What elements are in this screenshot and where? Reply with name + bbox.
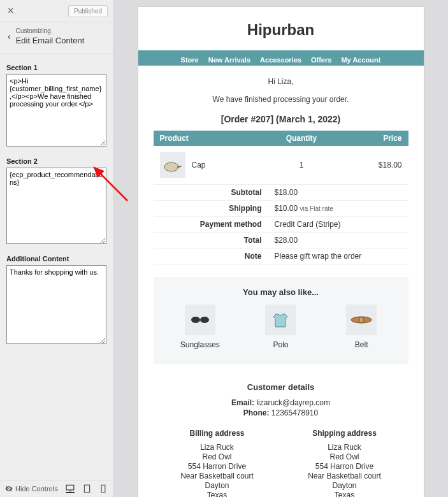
section1-label: Section 1 bbox=[6, 64, 106, 71]
product-price: $18.00 bbox=[342, 146, 408, 185]
additional-label: Additional Content bbox=[6, 255, 106, 263]
order-heading: [Order #207] (March 1, 2022) bbox=[154, 114, 408, 124]
billing-title: Billing address bbox=[156, 429, 278, 438]
rec-item: Polo bbox=[249, 305, 312, 349]
product-thumb bbox=[160, 152, 185, 178]
phone-value: 12365478910 bbox=[271, 408, 318, 417]
subtotal-label: Subtotal bbox=[154, 185, 268, 201]
additional-input[interactable] bbox=[6, 265, 106, 344]
rec-thumb bbox=[265, 305, 296, 335]
tablet-icon[interactable] bbox=[82, 484, 91, 493]
rec-thumb bbox=[346, 305, 377, 335]
product-qty: 1 bbox=[261, 146, 342, 185]
nav-item: New Arrivals bbox=[208, 56, 250, 64]
billing-address: Billing address Liza Ruck Red Owl 554 Ha… bbox=[156, 429, 278, 497]
note-label: Note bbox=[154, 248, 268, 264]
total-label: Total bbox=[154, 233, 268, 248]
payment-label: Payment method bbox=[154, 217, 268, 233]
subtotal-value: $18.00 bbox=[268, 185, 408, 201]
shipping-title: Shipping address bbox=[284, 429, 406, 438]
section2-label: Section 2 bbox=[6, 157, 106, 165]
col-qty: Quantity bbox=[261, 131, 342, 146]
addr-line: 554 Harron Drive bbox=[156, 462, 278, 471]
svg-rect-1 bbox=[69, 491, 71, 491]
addr-line: Near Basketball court bbox=[156, 472, 278, 480]
shipping-address: Shipping address Liza Ruck Red Owl 554 H… bbox=[284, 429, 406, 497]
note-value: Please gift wrap the order bbox=[268, 248, 408, 264]
svg-point-5 bbox=[164, 162, 178, 171]
payment-value: Credit Card (Stripe) bbox=[268, 217, 408, 233]
panel-title: Edit Email Content bbox=[16, 36, 85, 45]
email-preview: Hipurban Store New Arrivals Accessories … bbox=[138, 6, 424, 497]
rec-thumb bbox=[185, 305, 215, 335]
phone-label: Phone: bbox=[243, 408, 270, 417]
svg-point-7 bbox=[200, 317, 209, 323]
col-product: Product bbox=[154, 131, 261, 146]
customer-details: Customer details Email: lizaruck@dayrep.… bbox=[154, 382, 408, 417]
nav-item: Accessories bbox=[260, 56, 301, 64]
svg-rect-10 bbox=[359, 317, 363, 322]
brand-name: Hipurban bbox=[138, 7, 424, 50]
rec-name: Belt bbox=[329, 340, 393, 349]
email-nav: Store New Arrivals Accessories Offers My… bbox=[138, 54, 424, 66]
customizing-label: Customizing bbox=[16, 27, 85, 34]
rec-item: Sunglasses bbox=[168, 305, 232, 349]
order-table: Product Quantity Price Cap 1 bbox=[154, 131, 408, 185]
recs-title: You may also like... bbox=[160, 287, 402, 297]
addr-line: 554 Harron Drive bbox=[284, 462, 406, 471]
addr-line: Red Owl bbox=[156, 452, 278, 461]
section2-input[interactable] bbox=[6, 168, 106, 244]
svg-rect-0 bbox=[66, 485, 74, 490]
email-value: lizaruck@dayrep.com bbox=[256, 398, 330, 407]
preview-area: Hipurban Store New Arrivals Accessories … bbox=[113, 0, 448, 497]
nav-item: Store bbox=[181, 56, 199, 64]
email-label: Email: bbox=[231, 398, 254, 407]
svg-rect-3 bbox=[101, 485, 105, 492]
totals-table: Subtotal$18.00 Shipping$10.00 via Flat r… bbox=[154, 185, 408, 264]
addr-line: Dayton bbox=[284, 481, 406, 490]
greeting: Hi Liza, bbox=[154, 77, 408, 86]
table-row: Cap 1 $18.00 bbox=[154, 146, 408, 185]
addr-line: Texas bbox=[156, 491, 278, 497]
svg-rect-2 bbox=[84, 485, 89, 493]
shipping-value: $10.00 via Flat rate bbox=[268, 201, 408, 217]
published-button[interactable]: Published bbox=[68, 5, 108, 17]
addr-line: Dayton bbox=[156, 481, 278, 490]
collapse-icon bbox=[5, 485, 13, 493]
rec-name: Polo bbox=[249, 340, 312, 349]
customizer-panel: × Published ‹ Customizing Edit Email Con… bbox=[0, 0, 113, 497]
customer-title: Customer details bbox=[154, 382, 408, 392]
addr-line: Liza Ruck bbox=[156, 443, 278, 452]
rec-name: Sunglasses bbox=[168, 340, 232, 349]
addr-line: Near Basketball court bbox=[284, 472, 406, 480]
section1-input[interactable] bbox=[6, 74, 106, 147]
desktop-icon[interactable] bbox=[66, 484, 75, 493]
col-price: Price bbox=[342, 131, 408, 146]
rec-item: Belt bbox=[329, 305, 393, 349]
svg-point-6 bbox=[191, 317, 200, 323]
close-icon[interactable]: × bbox=[5, 4, 16, 18]
product-name: Cap bbox=[192, 161, 206, 169]
nav-item: My Account bbox=[341, 56, 380, 64]
addr-line: Liza Ruck bbox=[284, 443, 406, 452]
total-value: $28.00 bbox=[268, 233, 408, 248]
recommendations: You may also like... Sunglasses bbox=[154, 277, 408, 364]
addr-line: Texas bbox=[284, 491, 406, 497]
mobile-icon[interactable] bbox=[99, 484, 108, 493]
message: We have finished processing your order. bbox=[154, 95, 408, 104]
hide-controls-label: Hide Controls bbox=[15, 485, 58, 493]
addr-line: Red Owl bbox=[284, 452, 406, 461]
hide-controls-button[interactable]: Hide Controls bbox=[5, 485, 58, 493]
back-icon[interactable]: ‹ bbox=[4, 30, 15, 43]
nav-item: Offers bbox=[311, 56, 331, 64]
shipping-label: Shipping bbox=[154, 201, 268, 217]
